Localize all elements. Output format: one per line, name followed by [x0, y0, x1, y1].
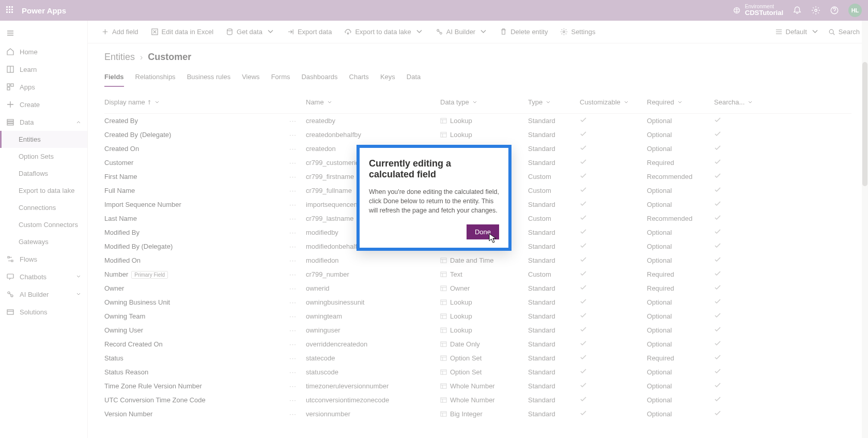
dialog-title: Currently editing a calculated field	[369, 158, 499, 180]
modal-overlay: Currently editing a calculated field Whe…	[0, 0, 868, 438]
done-button[interactable]: Done	[467, 224, 499, 239]
calculated-field-dialog: Currently editing a calculated field Whe…	[357, 145, 512, 251]
dialog-body: When you're done editing the calculated …	[369, 187, 499, 215]
